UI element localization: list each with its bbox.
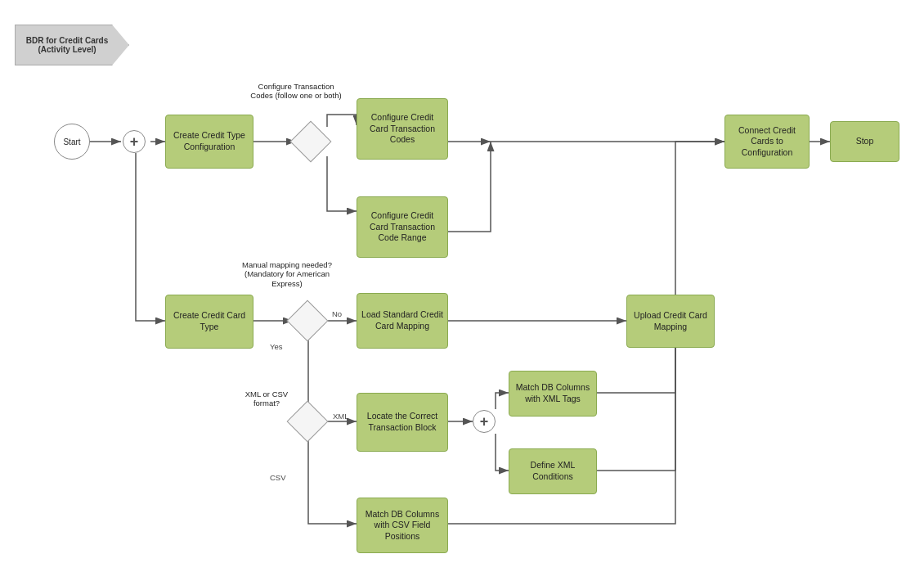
parallel-gateway-2: + — [473, 410, 496, 433]
xml-label: XML — [333, 412, 349, 421]
match-db-columns-csv: Match DB Columns with CSV Field Position… — [357, 498, 448, 553]
xml-csv-label: XML or CSV format? — [234, 390, 299, 408]
manual-mapping-gateway — [287, 300, 329, 342]
configure-cc-transaction-codes: Configure Credit Card Transaction Codes — [357, 98, 448, 160]
create-cc-type: Create Credit Card Type — [165, 295, 253, 349]
match-db-columns-xml-tags: Match DB Columns with XML Tags — [509, 371, 597, 417]
swimlane-label: BDR for Credit Cards (Activity Level) — [15, 25, 129, 65]
parallel-gateway-1: + — [123, 130, 146, 153]
yes-label: Yes — [270, 342, 283, 351]
configure-codes-gateway — [290, 121, 332, 163]
load-standard-cc-mapping: Load Standard Credit Card Mapping — [357, 293, 448, 349]
connect-cc-configuration: Connect Credit Cards to Configuration — [724, 115, 810, 169]
configure-cc-transaction-code-range: Configure Credit Card Transaction Code R… — [357, 196, 448, 258]
csv-label: CSV — [270, 473, 286, 482]
no-label: No — [332, 309, 342, 318]
start-event: Start — [54, 124, 90, 160]
stop-event: Stop — [830, 121, 899, 162]
locate-correct-transaction-block: Locate the Correct Transaction Block — [357, 393, 448, 452]
create-cc-type-config: Create Credit Type Configuration — [165, 115, 253, 169]
bpmn-diagram: BDR for Credit Cards (Activity Level) St… — [0, 0, 924, 581]
upload-cc-mapping: Upload Credit Card Mapping — [626, 295, 715, 348]
manual-mapping-label: Manual mapping needed? (Mandatory for Am… — [234, 260, 340, 288]
configure-codes-gateway-label: Configure Transaction Codes (follow one … — [247, 82, 345, 101]
define-xml-conditions: Define XML Conditions — [509, 448, 597, 494]
